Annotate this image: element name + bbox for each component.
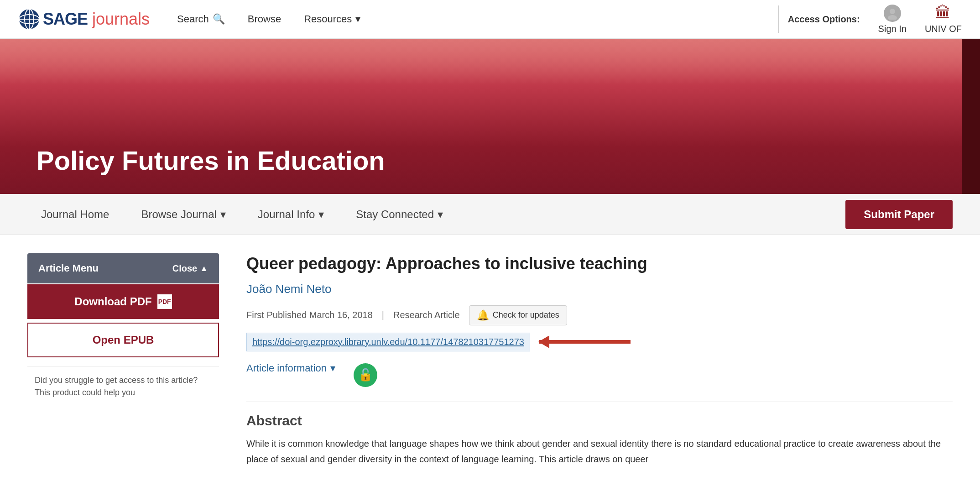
resources-nav-link[interactable]: Resources ▾ bbox=[304, 13, 360, 25]
article-information-link[interactable]: Article information ▾ bbox=[246, 362, 335, 374]
journal-info-chevron: ▾ bbox=[318, 208, 324, 221]
article-menu-title: Article Menu bbox=[38, 262, 99, 274]
open-epub-label: Open EPUB bbox=[93, 334, 154, 346]
article-type-badge: Research Article bbox=[393, 310, 460, 320]
sign-in-label: Sign In bbox=[878, 24, 907, 34]
open-access-lock-icon: 🔓 bbox=[354, 363, 377, 387]
search-nav-link[interactable]: Search 🔍 bbox=[177, 13, 225, 25]
sage-globe-icon bbox=[18, 8, 40, 30]
journal-nav: Journal Home Browse Journal ▾ Journal In… bbox=[0, 194, 980, 235]
article-menu-header: Article Menu Close ▲ bbox=[27, 253, 219, 283]
building-icon: 🏛 bbox=[935, 4, 951, 22]
article-meta: First Published March 16, 2018 | Researc… bbox=[246, 305, 953, 325]
university-area[interactable]: 🏛 UNIV OF bbox=[925, 4, 962, 34]
article-info-chevron-icon: ▾ bbox=[330, 362, 335, 374]
nav-separator bbox=[778, 5, 779, 33]
logo-area[interactable]: SAGE journals bbox=[18, 8, 150, 30]
user-icon bbox=[884, 5, 901, 22]
svg-point-5 bbox=[890, 9, 895, 14]
access-options-area: Access Options: Sign In 🏛 UNIV OF bbox=[788, 4, 962, 34]
resources-chevron-icon: ▾ bbox=[355, 13, 360, 25]
close-label: Close bbox=[172, 263, 197, 274]
access-options-label: Access Options: bbox=[788, 14, 860, 25]
article-author-link[interactable]: João Nemi Neto bbox=[246, 282, 953, 296]
browse-nav-link[interactable]: Browse bbox=[248, 13, 281, 25]
browse-journal-link[interactable]: Browse Journal ▾ bbox=[127, 194, 239, 235]
open-epub-button[interactable]: Open EPUB bbox=[27, 323, 219, 357]
chevron-up-icon: ▲ bbox=[200, 264, 208, 273]
download-pdf-label: Download PDF bbox=[74, 295, 151, 308]
abstract-section: Abstract While it is common knowledge th… bbox=[246, 402, 953, 467]
resources-nav-label: Resources bbox=[304, 13, 352, 25]
download-pdf-button[interactable]: Download PDF PDF bbox=[27, 284, 219, 319]
hero-banner: Policy Futures in Education bbox=[0, 39, 980, 194]
published-date: First Published March 16, 2018 bbox=[246, 310, 373, 320]
university-label: UNIV OF bbox=[925, 24, 962, 34]
article-title: Queer pedagogy: Approaches to inclusive … bbox=[246, 253, 953, 275]
check-updates-icon: 🔔 bbox=[477, 309, 489, 321]
svg-point-6 bbox=[888, 15, 897, 20]
search-nav-icon: 🔍 bbox=[213, 13, 225, 25]
arrow-indicator bbox=[539, 340, 631, 344]
nav-links: Search 🔍 Browse Resources ▾ bbox=[177, 13, 769, 25]
stay-connected-link[interactable]: Stay Connected ▾ bbox=[342, 194, 457, 235]
close-menu-button[interactable]: Close ▲ bbox=[172, 263, 208, 274]
dark-sidebar-strip bbox=[962, 39, 980, 194]
sidebar-help-text: Did you struggle to get access to this a… bbox=[27, 366, 219, 406]
abstract-title: Abstract bbox=[246, 413, 953, 429]
check-updates-button[interactable]: 🔔 Check for updates bbox=[469, 305, 567, 325]
main-content: Article Menu Close ▲ Download PDF PDF Op… bbox=[0, 235, 980, 485]
submit-paper-button[interactable]: Submit Paper bbox=[845, 200, 953, 229]
browse-nav-label: Browse bbox=[248, 13, 281, 25]
top-nav: SAGE journals Search 🔍 Browse Resources … bbox=[0, 0, 980, 39]
doi-container: https://doi-org.ezproxy.library.unlv.edu… bbox=[246, 333, 953, 351]
journals-text: journals bbox=[92, 10, 150, 29]
sign-in-area[interactable]: Sign In bbox=[878, 5, 907, 34]
article-menu-sidebar: Article Menu Close ▲ Download PDF PDF Op… bbox=[27, 253, 219, 467]
check-updates-label: Check for updates bbox=[493, 310, 559, 320]
search-nav-label: Search bbox=[177, 13, 209, 25]
stay-connected-chevron: ▾ bbox=[438, 208, 443, 221]
pdf-icon: PDF bbox=[157, 294, 172, 309]
meta-separator-1: | bbox=[382, 310, 384, 320]
doi-link[interactable]: https://doi-org.ezproxy.library.unlv.edu… bbox=[246, 333, 530, 351]
article-info-label: Article information bbox=[246, 362, 327, 374]
article-content: Queer pedagogy: Approaches to inclusive … bbox=[237, 253, 953, 467]
journal-home-link[interactable]: Journal Home bbox=[27, 194, 123, 235]
sage-text: SAGE bbox=[43, 10, 88, 29]
browse-journal-chevron: ▾ bbox=[220, 208, 226, 221]
journal-info-link[interactable]: Journal Info ▾ bbox=[244, 194, 338, 235]
red-arrow-icon bbox=[539, 340, 631, 344]
abstract-text: While it is common knowledge that langua… bbox=[246, 436, 953, 467]
hero-title: Policy Futures in Education bbox=[36, 145, 385, 176]
